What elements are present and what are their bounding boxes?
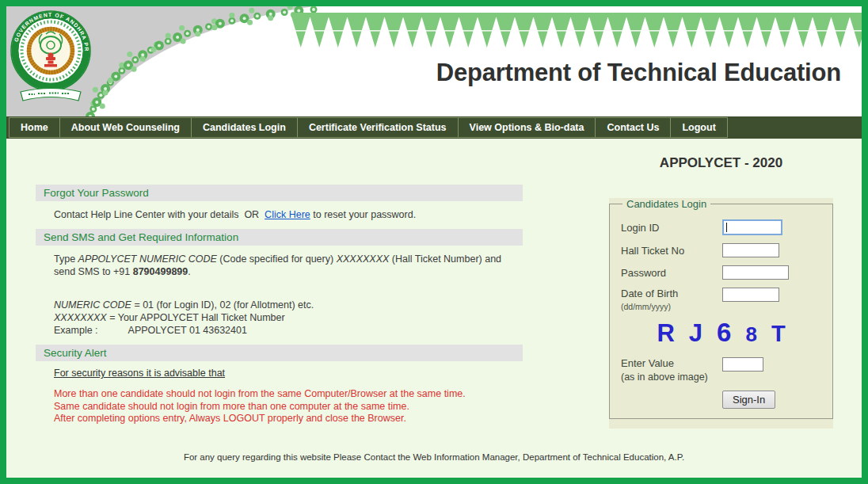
send-sms-heading: Send SMS and Get Required Information xyxy=(36,229,523,246)
nav-item-home[interactable]: Home xyxy=(10,118,60,137)
sms-instructions: Type APPOLYCET NUMERIC CODE (Code specif… xyxy=(54,253,523,278)
nav-item-contact-us[interactable]: Contact Us xyxy=(596,118,671,137)
hall-ticket-label: Hall Ticket No xyxy=(621,245,722,257)
enter-value-hint: (as in above image) xyxy=(621,372,722,383)
hall-ticket-line: XXXXXXXX = Your APPOLYCET Hall Ticket Nu… xyxy=(54,311,523,324)
candidates-login-panel: Candidates Login Login ID Hall Ticket No… xyxy=(609,198,833,429)
security-intro: For security reasons it is advisable tha… xyxy=(54,368,523,379)
dob-label: Date of Birth (dd/mm/yyyy) xyxy=(621,288,722,311)
password-field[interactable] xyxy=(722,265,789,280)
program-title: APPOLYCET - 2020 xyxy=(609,155,833,171)
sign-in-button[interactable]: Sign-In xyxy=(722,391,775,409)
site-title: Department of Technical Education xyxy=(436,59,841,87)
ap-government-emblem-icon: GOVERNMENT OF ANDHRA PRADESH xyxy=(10,8,92,106)
forgot-password-heading: Forgot Your Password xyxy=(36,185,523,201)
login-id-field[interactable] xyxy=(722,219,782,235)
warning-line: More than one candidate should not login… xyxy=(54,388,523,401)
sms-code-key: NUMERIC CODE = 01 (for Login ID), 02 (fo… xyxy=(54,299,523,337)
enter-value-label: Enter Value (as in above image) xyxy=(621,357,722,383)
dob-field[interactable] xyxy=(722,288,779,302)
dob-format-hint: (dd/mm/yyyy) xyxy=(621,302,722,311)
login-id-row: Login ID xyxy=(621,219,821,235)
warning-line: After completing options entry, Always L… xyxy=(54,413,523,425)
dob-row: Date of Birth (dd/mm/yyyy) xyxy=(621,288,821,311)
click-here-link[interactable]: Click Here xyxy=(265,209,310,220)
captcha-entry-row: Enter Value (as in above image) xyxy=(621,357,821,383)
warning-line: Same candidate should not login from mor… xyxy=(54,401,523,413)
hall-ticket-row: Hall Ticket No xyxy=(621,243,821,257)
content-area: APPOLYCET - 2020 Candidates Login Login … xyxy=(6,139,862,478)
footer-text: For any query regarding this website Ple… xyxy=(6,452,862,462)
nav-item-candidates-login[interactable]: Candidates Login xyxy=(192,118,298,137)
hall-ticket-field[interactable] xyxy=(722,243,779,257)
nav-item-logout[interactable]: Logout xyxy=(671,118,726,137)
forgot-password-text: Contact Help Line Center with your detai… xyxy=(54,208,523,221)
captcha-image: RJ68T xyxy=(621,319,821,348)
password-row: Password xyxy=(621,265,821,280)
captcha-value-field[interactable] xyxy=(722,357,763,372)
nav-item-about-web-counseling[interactable]: About Web Counseling xyxy=(60,118,192,137)
nav-item-view-options-biodata[interactable]: View Options & Bio-data xyxy=(459,118,596,137)
security-warnings: More than one candidate should not login… xyxy=(54,388,523,425)
candidates-login-fieldset: Candidates Login Login ID Hall Ticket No… xyxy=(609,198,833,419)
site-header: GOVERNMENT OF ANDHRA PRADESH Department … xyxy=(6,6,862,116)
nav-item-certificate-verification-status[interactable]: Certificate Verification Status xyxy=(298,118,459,137)
security-alert-heading: Security Alert xyxy=(36,345,523,361)
main-nav: Home About Web Counseling Candidates Log… xyxy=(6,116,862,139)
text-caret xyxy=(726,223,727,232)
example-line: Example :APPOLYCET 01 43632401 xyxy=(54,324,523,337)
info-column: Forgot Your Password Contact Help Line C… xyxy=(6,139,523,425)
appolycet-page: GOVERNMENT OF ANDHRA PRADESH Department … xyxy=(0,0,868,484)
password-label: Password xyxy=(621,267,722,279)
candidates-login-legend: Candidates Login xyxy=(622,198,710,210)
nav-tabs: Home About Web Counseling Candidates Log… xyxy=(9,117,728,138)
login-id-label: Login ID xyxy=(621,222,722,234)
numeric-code-line: NUMERIC CODE = 01 (for Login ID), 02 (fo… xyxy=(54,299,523,311)
